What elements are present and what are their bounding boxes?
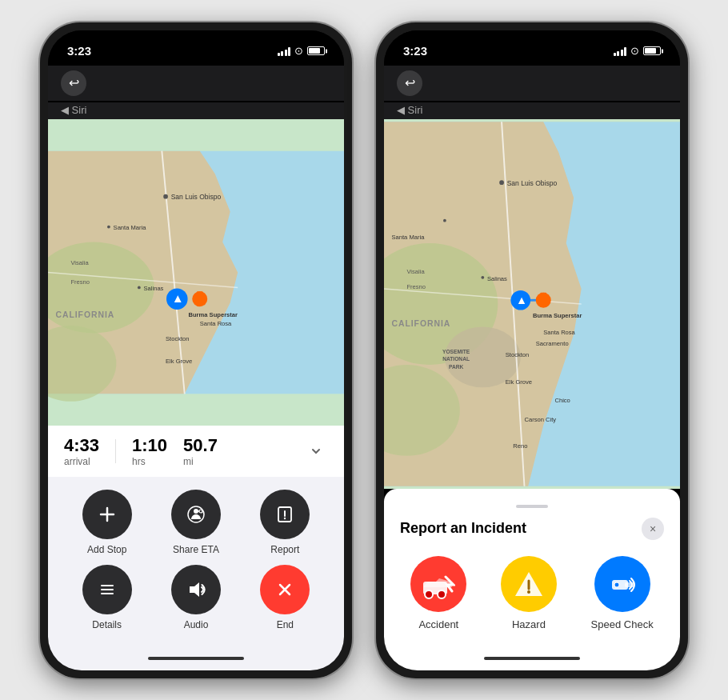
svg-text:Burma Superstar: Burma Superstar — [189, 310, 238, 318]
action-grid-1: Add Stop Share ETA — [48, 477, 344, 646]
svg-text:San Luis Obispo: San Luis Obispo — [171, 193, 222, 201]
svg-point-72 — [438, 590, 446, 598]
svg-text:Stockton: Stockton — [506, 351, 530, 358]
svg-point-50 — [443, 218, 446, 222]
pull-handle — [516, 505, 548, 508]
phone-2: 3:23 ⊙ ↩ ◀ Siri — [376, 22, 688, 678]
hazard-button[interactable]: Hazard — [501, 556, 557, 630]
phone-1: 3:23 ⊙ ↩ ◀ Siri — [40, 22, 352, 678]
arrival-time: 4:33 — [64, 435, 99, 456]
report-label: Report — [270, 544, 299, 555]
svg-text:Carson City: Carson City — [525, 416, 557, 423]
notch-2 — [480, 30, 584, 53]
svg-point-48 — [499, 180, 504, 185]
svg-text:CALIFORNIA: CALIFORNIA — [55, 310, 114, 319]
svg-rect-21 — [197, 291, 203, 294]
report-icon — [260, 490, 310, 539]
svg-point-6 — [163, 194, 168, 198]
svg-text:Sacramento: Sacramento — [536, 340, 569, 347]
siri-label-2: ◀ Siri — [384, 102, 680, 119]
share-eta-icon — [171, 490, 221, 539]
svg-text:Santa Maria: Santa Maria — [391, 234, 425, 241]
details-icon — [82, 565, 132, 614]
end-button[interactable]: End — [246, 565, 325, 630]
svg-point-52 — [481, 275, 484, 278]
signal-icon — [278, 46, 291, 56]
incident-header: Report an Incident × — [400, 518, 664, 540]
svg-point-27 — [199, 510, 202, 513]
svg-text:Elk Grove: Elk Grove — [506, 378, 532, 385]
back-area-2: ↩ — [384, 66, 680, 101]
speed-check-icon — [594, 556, 650, 612]
nav-divider-1 — [115, 439, 116, 463]
share-eta-label: Share ETA — [173, 544, 219, 555]
accident-button[interactable]: Accident — [410, 556, 466, 630]
svg-text:Reno: Reno — [513, 442, 527, 450]
nav-info-1: 4:33 arrival 1:10 hrs 50.7 mi — [48, 426, 344, 477]
status-time-1: 3:23 — [67, 44, 91, 58]
svg-point-8 — [107, 225, 110, 228]
siri-label-1: ◀ Siri — [48, 102, 344, 119]
svg-text:Visalia: Visalia — [406, 268, 425, 275]
svg-marker-35 — [190, 582, 199, 597]
speed-check-button[interactable]: Speed Check — [591, 556, 654, 630]
hours-label: hrs — [132, 456, 167, 467]
incident-buttons: Accident Hazard — [400, 556, 664, 630]
back-button-1[interactable]: ↩ — [61, 70, 86, 96]
svg-point-75 — [527, 590, 530, 594]
svg-rect-77 — [625, 582, 634, 587]
battery-icon-2 — [643, 46, 661, 55]
notch — [144, 30, 248, 53]
home-indicator-1 — [48, 646, 344, 670]
svg-text:Salinas: Salinas — [144, 285, 164, 292]
arrival-stat: 4:33 arrival — [64, 435, 99, 467]
svg-text:Fresno: Fresno — [406, 283, 426, 290]
back-area-1: ↩ — [48, 66, 344, 101]
miles-label: mi — [183, 456, 218, 467]
end-icon — [260, 565, 310, 614]
back-button-2[interactable]: ↩ — [397, 70, 422, 96]
hazard-label: Hazard — [512, 618, 546, 630]
report-button[interactable]: Report — [246, 490, 325, 555]
add-stop-icon — [82, 490, 132, 539]
miles-stat: 50.7 mi — [183, 435, 218, 467]
incident-panel: Report an Incident × — [384, 489, 680, 646]
svg-point-71 — [425, 590, 433, 598]
svg-text:Fresno: Fresno — [70, 278, 90, 285]
svg-text:Burma Superstar: Burma Superstar — [533, 312, 582, 319]
accident-label: Accident — [418, 618, 458, 630]
svg-text:Visalia: Visalia — [70, 259, 89, 266]
svg-text:Elk Grove: Elk Grove — [166, 358, 192, 365]
signal-icon-2 — [614, 46, 627, 56]
svg-text:▲: ▲ — [172, 291, 184, 305]
svg-point-31 — [284, 517, 286, 518]
map-1[interactable]: San Luis Obispo Santa Maria Salinas Visa… — [48, 119, 344, 426]
status-time-2: 3:23 — [403, 44, 427, 58]
hours-value: 1:10 — [132, 435, 167, 456]
svg-text:NATIONAL: NATIONAL — [442, 356, 470, 362]
hazard-icon — [501, 556, 557, 612]
incident-title: Report an Incident — [400, 520, 526, 537]
incident-close-button[interactable]: × — [642, 518, 664, 540]
expand-button[interactable] — [304, 439, 328, 463]
hours-stat: 1:10 hrs — [132, 435, 167, 467]
details-label: Details — [92, 619, 122, 630]
share-eta-button[interactable]: Share ETA — [156, 490, 235, 555]
status-icons-2: ⊙ — [614, 45, 662, 57]
audio-label: Audio — [184, 619, 209, 630]
svg-text:CALIFORNIA: CALIFORNIA — [391, 319, 450, 328]
svg-point-78 — [614, 582, 619, 587]
home-indicator-2 — [384, 646, 680, 670]
map-2[interactable]: YOSEMITE NATIONAL PARK San Luis Obispo S… — [384, 119, 680, 489]
wifi-icon: ⊙ — [294, 45, 303, 57]
audio-icon — [171, 565, 221, 614]
details-button[interactable]: Details — [67, 565, 146, 630]
add-stop-button[interactable]: Add Stop — [67, 490, 146, 555]
wifi-icon-2: ⊙ — [630, 45, 639, 57]
svg-text:Santa Rosa: Santa Rosa — [543, 328, 575, 335]
svg-text:Santa Rosa: Santa Rosa — [200, 319, 232, 326]
audio-button[interactable]: Audio — [156, 565, 235, 630]
battery-icon — [307, 46, 325, 55]
svg-point-10 — [138, 286, 141, 289]
add-stop-label: Add Stop — [87, 544, 126, 555]
